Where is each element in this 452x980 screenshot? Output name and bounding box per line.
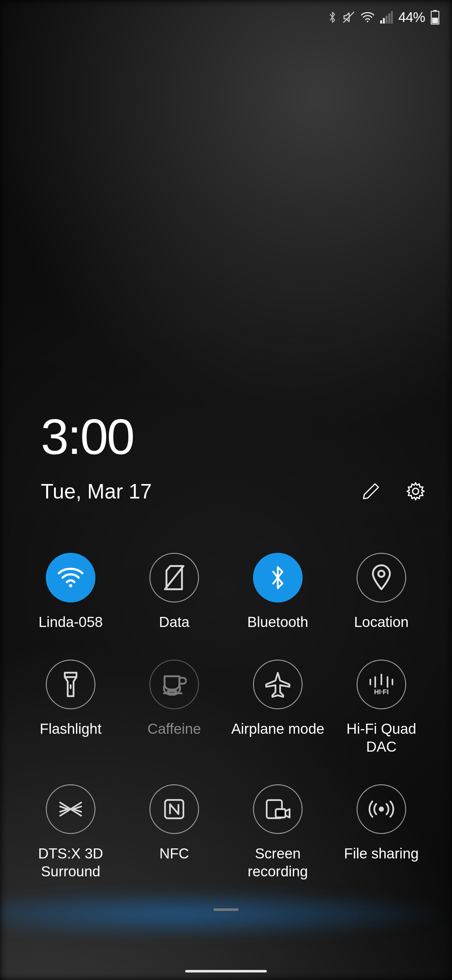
svg-point-10 <box>412 488 419 494</box>
qs-tile-flashlight[interactable]: Flashlight <box>19 660 122 756</box>
qs-tile-file-sharing[interactable]: File sharing <box>330 784 433 881</box>
svg-point-13 <box>378 571 384 577</box>
qs-tile-location[interactable]: Location <box>330 553 433 632</box>
qs-tile-label: Linda-058 <box>39 613 103 632</box>
qs-tile-label: File sharing <box>344 845 419 863</box>
svg-rect-5 <box>388 14 390 24</box>
gear-icon <box>406 482 425 501</box>
svg-rect-3 <box>383 18 385 24</box>
qs-tile-hifi[interactable]: HI·FI Hi-Fi Quad DAC <box>330 660 433 756</box>
qs-tile-airplane[interactable]: Airplane mode <box>226 660 330 756</box>
battery-percent: 44% <box>398 10 425 25</box>
screen-record-icon <box>253 784 303 834</box>
signal-icon <box>380 11 393 24</box>
sim-off-icon <box>149 553 199 603</box>
mute-icon <box>343 11 355 24</box>
svg-point-27 <box>379 806 384 811</box>
qs-tile-screen-recording[interactable]: Screen recording <box>226 784 330 881</box>
nfc-icon <box>149 784 199 834</box>
qs-tile-label: Location <box>354 613 409 632</box>
svg-point-11 <box>69 584 72 587</box>
file-sharing-icon <box>357 784 406 834</box>
svg-rect-2 <box>380 21 382 24</box>
qs-tile-caffeine[interactable]: Caffeine <box>122 660 226 756</box>
pencil-icon <box>362 482 380 500</box>
qs-tile-nfc[interactable]: NFC <box>122 784 226 881</box>
svg-rect-4 <box>385 16 387 24</box>
battery-icon <box>431 10 439 24</box>
nav-gesture-handle[interactable] <box>185 970 267 972</box>
status-bar: 44% <box>0 0 452 35</box>
dtsx-icon <box>46 784 95 834</box>
bluetooth-icon <box>328 11 337 24</box>
quick-settings-grid: Linda-058 Data Bluetooth Location <box>0 553 452 881</box>
qs-tile-label: NFC <box>159 845 189 863</box>
qs-tile-label: Data <box>159 613 189 632</box>
qs-tile-label: Screen recording <box>229 845 327 881</box>
svg-rect-9 <box>432 18 438 23</box>
bluetooth-icon <box>253 553 303 603</box>
date[interactable]: Tue, Mar 17 <box>41 479 360 503</box>
airplane-icon <box>253 660 303 709</box>
settings-button[interactable] <box>404 480 427 503</box>
qs-tile-label: Bluetooth <box>247 613 308 632</box>
wifi-icon <box>361 11 374 24</box>
edit-button[interactable] <box>360 480 382 503</box>
qs-tile-label: DTS:X 3D Surround <box>22 845 119 881</box>
qs-tile-label: Caffeine <box>147 720 201 738</box>
svg-text:HI·FI: HI·FI <box>374 688 389 696</box>
qs-tile-dtsx[interactable]: DTS:X 3D Surround <box>19 784 122 881</box>
hifi-icon: HI·FI <box>357 660 406 709</box>
flashlight-icon <box>46 660 95 709</box>
svg-point-1 <box>366 21 368 22</box>
svg-rect-25 <box>276 809 285 818</box>
location-pin-icon <box>357 553 406 603</box>
coffee-icon <box>149 660 199 709</box>
qs-tile-label: Flashlight <box>40 720 102 738</box>
svg-rect-6 <box>391 11 393 24</box>
panel-header: 3:00 Tue, Mar 17 <box>41 412 433 503</box>
qs-tile-wifi[interactable]: Linda-058 <box>19 553 122 632</box>
qs-tile-label: Airplane mode <box>232 720 325 738</box>
qs-tile-bluetooth[interactable]: Bluetooth <box>226 553 330 632</box>
dock-glow <box>0 889 452 939</box>
qs-tile-label: Hi-Fi Quad DAC <box>333 720 430 756</box>
wifi-icon <box>46 553 95 603</box>
qs-tile-data[interactable]: Data <box>122 553 226 632</box>
clock[interactable]: 3:00 <box>41 412 433 462</box>
panel-drag-handle[interactable] <box>213 908 239 911</box>
